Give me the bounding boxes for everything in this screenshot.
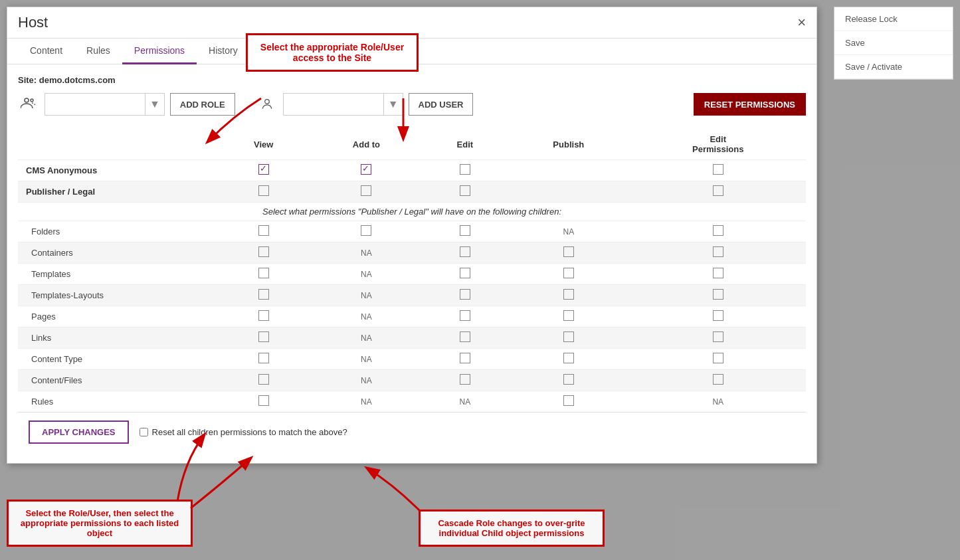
edit-checkbox-pub[interactable]	[423, 181, 507, 203]
checkbox[interactable]	[460, 374, 470, 385]
role-dropdown-arrow[interactable]: ▼	[145, 94, 164, 115]
user-input[interactable]	[284, 97, 383, 112]
arrow-to-children	[177, 448, 257, 515]
checkbox[interactable]	[713, 164, 723, 175]
close-button[interactable]: ×	[797, 14, 806, 31]
child-name: Content Type	[18, 349, 217, 370]
checkbox[interactable]	[258, 225, 269, 236]
tab-content[interactable]: Content	[18, 39, 74, 64]
child-name: Folders	[18, 221, 217, 242]
checkbox[interactable]	[563, 246, 574, 257]
modal: Host × Content Rules Permissions History…	[7, 7, 817, 464]
role-dropdown[interactable]: ▼	[45, 93, 165, 116]
checkbox[interactable]	[258, 395, 269, 406]
checkbox[interactable]	[361, 164, 371, 175]
checkbox[interactable]	[258, 185, 269, 196]
child-row-templates-layouts: Templates-Layouts NA	[18, 285, 806, 306]
add-to-checkbox-pub[interactable]	[310, 181, 423, 203]
child-name: Content/Files	[18, 370, 217, 391]
apply-changes-button[interactable]: APPLY CHANGES	[29, 420, 129, 444]
child-row-links: Links NA	[18, 327, 806, 349]
bottom-bar: APPLY CHANGES Reset all children permiss…	[18, 412, 806, 452]
children-note: Select what permissions "Publisher / Leg…	[18, 203, 806, 221]
checkbox[interactable]	[258, 246, 269, 257]
child-name: Pages	[18, 306, 217, 327]
view-checkbox-cms[interactable]	[217, 160, 310, 181]
child-row-pages: Pages NA	[18, 306, 806, 327]
arrow-to-role	[195, 95, 274, 148]
modal-title: Host	[18, 14, 48, 31]
checkbox[interactable]	[258, 164, 269, 175]
arrow-to-reset-checkbox	[354, 458, 434, 518]
arrow-to-user	[383, 95, 423, 148]
checkbox[interactable]	[460, 246, 470, 257]
save-item[interactable]: Save	[834, 31, 953, 55]
site-label: Site: demo.dotcms.com	[18, 75, 806, 85]
tab-permissions[interactable]: Permissions	[122, 39, 197, 64]
checkbox[interactable]	[460, 164, 470, 175]
checkbox[interactable]	[258, 331, 269, 342]
checkbox[interactable]	[563, 395, 574, 406]
child-row-rules: Rules NA NA NA	[18, 391, 806, 413]
checkbox[interactable]	[258, 353, 269, 363]
checkbox[interactable]	[713, 268, 723, 278]
checkbox[interactable]	[258, 289, 269, 300]
add-to-checkbox-cms[interactable]	[310, 160, 423, 181]
publish-cms	[507, 160, 630, 181]
checkbox[interactable]	[713, 374, 723, 385]
annotation-top: Select the appropriate Role/User access …	[246, 33, 419, 72]
checkbox[interactable]	[563, 310, 574, 321]
col-publish: Publish	[507, 129, 630, 160]
edit-perms-checkbox-pub[interactable]	[630, 181, 806, 203]
edit-checkbox-cms[interactable]	[423, 160, 507, 181]
checkbox[interactable]	[258, 310, 269, 321]
child-row-content-type: Content Type NA	[18, 349, 806, 370]
view-checkbox-pub[interactable]	[217, 181, 310, 203]
right-sidebar: Release Lock Save Save / Activate	[834, 7, 953, 80]
checkbox[interactable]	[563, 331, 574, 342]
site-value: demo.dotcms.com	[39, 75, 116, 85]
child-row-containers: Containers NA	[18, 242, 806, 264]
checkbox[interactable]	[713, 310, 723, 321]
checkbox[interactable]	[713, 185, 723, 196]
checkbox[interactable]	[361, 225, 371, 236]
checkbox[interactable]	[258, 374, 269, 385]
checkbox[interactable]	[460, 289, 470, 300]
tab-history[interactable]: History	[197, 39, 250, 64]
checkbox[interactable]	[713, 331, 723, 342]
checkbox[interactable]	[713, 225, 723, 236]
role-input[interactable]	[45, 97, 145, 112]
checkbox[interactable]	[460, 310, 470, 321]
child-name: Links	[18, 327, 217, 349]
col-edit-perms: EditPermissions	[630, 129, 806, 160]
svg-point-1	[31, 99, 33, 102]
checkbox[interactable]	[460, 353, 470, 363]
checkbox[interactable]	[563, 374, 574, 385]
release-lock-item[interactable]: Release Lock	[834, 7, 953, 31]
reset-children-checkbox[interactable]	[140, 428, 148, 436]
checkbox[interactable]	[460, 268, 470, 278]
checkbox[interactable]	[361, 185, 371, 196]
checkbox[interactable]	[713, 289, 723, 300]
row-name: Publisher / Legal	[18, 181, 217, 203]
svg-point-0	[25, 98, 29, 102]
checkbox[interactable]	[460, 331, 470, 342]
checkbox[interactable]	[460, 225, 470, 236]
checkbox[interactable]	[563, 268, 574, 278]
col-edit: Edit	[423, 129, 507, 160]
checkbox[interactable]	[258, 268, 269, 278]
save-activate-item[interactable]: Save / Activate	[834, 55, 953, 79]
checkbox[interactable]	[563, 353, 574, 363]
annotation-bottom-left: Select the Role/User, then select the ap…	[7, 500, 193, 547]
reset-permissions-button[interactable]: RESET PERMISSIONS	[694, 93, 806, 116]
tab-rules[interactable]: Rules	[74, 39, 122, 64]
edit-perms-checkbox-cms[interactable]	[630, 160, 806, 181]
permissions-table: View Add to Edit Publish EditPermissions…	[18, 129, 806, 412]
checkbox[interactable]	[563, 289, 574, 300]
child-row-folders: Folders NA	[18, 221, 806, 242]
child-row-templates: Templates NA	[18, 264, 806, 285]
checkbox[interactable]	[460, 185, 470, 196]
checkbox[interactable]	[713, 246, 723, 257]
role-icon	[18, 94, 39, 115]
checkbox[interactable]	[713, 353, 723, 363]
